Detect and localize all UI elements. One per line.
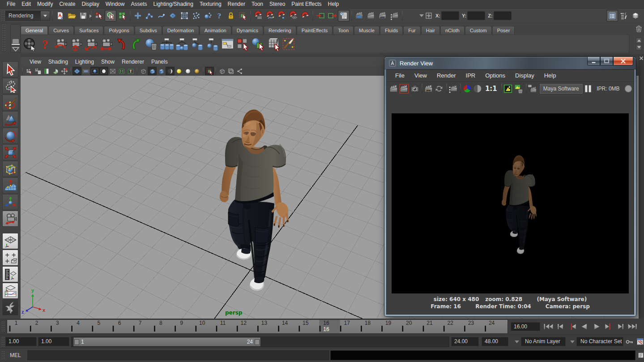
isolate-select-button[interactable] (235, 67, 244, 75)
input-connection-button[interactable] (315, 10, 326, 22)
separator[interactable] (214, 67, 218, 75)
snap-view-plane-button[interactable] (179, 10, 190, 22)
character-set-dropdown-arrow[interactable] (568, 338, 576, 346)
range-slider[interactable]: 1 24 (71, 336, 449, 347)
graph-pane-layout-button[interactable] (2, 283, 18, 299)
single-pane-layout-button[interactable] (2, 233, 18, 249)
command-line-mode-label[interactable]: MEL (10, 352, 21, 358)
coord-field-x[interactable] (441, 11, 459, 20)
menu-view[interactable]: View (409, 71, 432, 80)
select-object-button[interactable] (105, 10, 116, 22)
highlight-selection-button[interactable] (205, 67, 214, 75)
melrow-grip[interactable] (1, 351, 4, 360)
move-tool-button[interactable] (2, 111, 18, 127)
universal-manipulator-tool-button[interactable] (2, 161, 18, 177)
separator[interactable] (311, 10, 314, 22)
open-scene-button[interactable] (66, 10, 77, 22)
menu-texturing[interactable]: Texturing (196, 0, 225, 8)
field-chart-button[interactable] (108, 67, 117, 75)
separator[interactable] (21, 67, 24, 75)
ipr-render-button[interactable] (423, 83, 434, 95)
shaded-button[interactable] (148, 67, 157, 75)
group-button[interactable] (159, 36, 174, 52)
ipr-render-button[interactable] (365, 10, 377, 22)
menu-show[interactable]: Show (98, 58, 118, 66)
menu-display[interactable]: Display (78, 0, 102, 8)
render-settings-button[interactable] (388, 10, 400, 22)
camera-zoom-button[interactable] (98, 36, 113, 52)
ungroup-button[interactable] (174, 36, 189, 52)
save-scene-button[interactable] (77, 10, 89, 22)
menu-file[interactable]: File (4, 0, 18, 8)
resolution-gate-button[interactable] (90, 67, 99, 75)
animation-start-field[interactable]: 1.00 (5, 337, 37, 346)
menu-help[interactable]: Help (325, 0, 342, 8)
menu-set-dropdown-arrow[interactable] (40, 11, 50, 21)
one-to-one-button[interactable]: 1:1 (483, 85, 499, 93)
shelf-scroll-up-button[interactable] (636, 38, 642, 43)
magnet-curve-button[interactable] (264, 10, 276, 22)
lock-selection-button[interactable] (225, 10, 237, 22)
statusline-grip[interactable] (1, 10, 4, 21)
separator[interactable] (51, 10, 54, 22)
shelf-tab-surfaces[interactable]: Surfaces (74, 26, 103, 34)
grid-button[interactable] (73, 67, 81, 75)
duplicate-button[interactable] (235, 36, 250, 52)
separator[interactable] (401, 10, 404, 22)
highlight-selection-button[interactable] (237, 10, 248, 22)
snap-grid-button[interactable] (132, 10, 144, 22)
menu-paint-effects[interactable]: Paint Effects (288, 0, 324, 8)
collapse-arrow-icon[interactable] (418, 12, 425, 19)
menu-shading[interactable]: Shading (45, 58, 72, 66)
select-camera-button[interactable] (24, 67, 33, 75)
rotate-tool-button[interactable] (2, 128, 18, 144)
scale-tool-button[interactable] (2, 144, 18, 160)
help-button[interactable] (213, 10, 225, 22)
tool-settings-button[interactable] (618, 10, 630, 22)
textured-button[interactable] (157, 67, 166, 75)
soft-modification-tool-button[interactable] (2, 177, 18, 194)
snap-plane-button[interactable] (167, 10, 179, 22)
menu-renderer[interactable]: Renderer (118, 58, 148, 66)
shelf-tab-painteffects[interactable]: PaintEffects (297, 26, 333, 34)
timeline-grip[interactable] (1, 321, 4, 332)
shelf-tab-fur[interactable]: Fur (403, 26, 421, 34)
menu-help[interactable]: Help (539, 71, 561, 80)
select-tool-button[interactable] (2, 61, 18, 78)
shelf-tab-curves[interactable]: Curves (48, 26, 74, 34)
close-button[interactable] (613, 57, 633, 65)
playback-start-field[interactable]: 1.00 (38, 337, 69, 346)
render-view-titlebar[interactable]: Render View (384, 57, 636, 69)
close-panel-icon[interactable] (639, 56, 644, 60)
safe-action-button[interactable] (117, 67, 126, 75)
camera-dolly-button[interactable] (83, 36, 98, 52)
select-component-button[interactable] (116, 10, 128, 22)
help-question-button[interactable] (37, 36, 52, 52)
play-backwards-button[interactable] (578, 321, 590, 332)
magnet-plane-button[interactable] (287, 10, 299, 22)
menu-render[interactable]: Render (432, 71, 461, 80)
wireframe-on-shaded-button[interactable] (218, 67, 226, 75)
stop-render-button[interactable] (623, 83, 634, 95)
shelf-tab-poser[interactable]: Poser (492, 26, 515, 34)
menu-set-selector[interactable]: Rendering (5, 11, 50, 21)
anim-layer-selector[interactable]: No Anim Layer (521, 337, 566, 346)
paint-select-tool-button[interactable] (2, 95, 18, 111)
menu-window[interactable]: Window (102, 0, 128, 8)
channel-box-button[interactable] (630, 10, 641, 22)
duplicate-input-button[interactable] (265, 36, 281, 52)
film-gate-button[interactable] (81, 67, 90, 75)
shelf-tab-hair[interactable]: Hair (421, 26, 440, 34)
menu-edit[interactable]: Edit (18, 0, 34, 8)
go-to-start-button[interactable] (542, 321, 554, 332)
coord-field-y[interactable] (467, 11, 485, 20)
hierarchy-mode-icon[interactable] (425, 12, 433, 20)
refresh-ipr-button[interactable] (434, 83, 444, 95)
script-editor-icon[interactable] (638, 352, 644, 358)
playback-end-field[interactable]: 24.00 (451, 337, 479, 346)
alpha-channel-button[interactable] (473, 83, 483, 95)
output-connection-button[interactable] (326, 10, 338, 22)
snapshot-button[interactable] (409, 83, 420, 95)
go-to-end-button[interactable] (627, 321, 639, 332)
separator[interactable] (135, 67, 139, 75)
